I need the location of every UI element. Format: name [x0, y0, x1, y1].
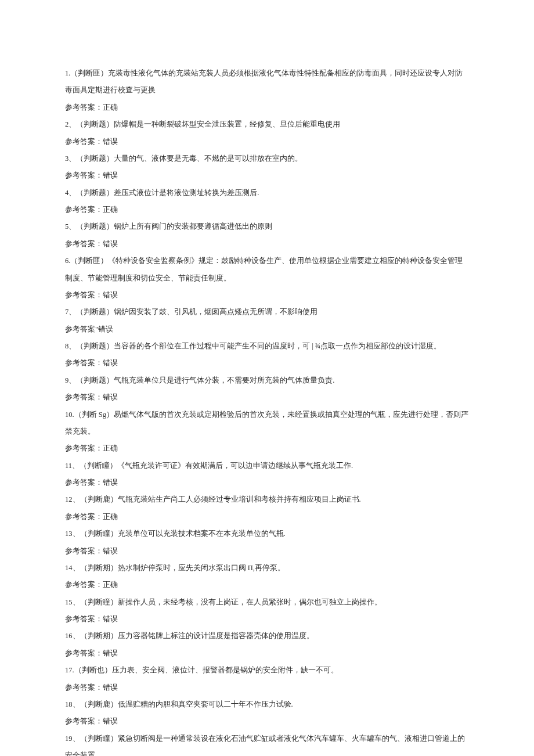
question-number: 9、 — [65, 376, 76, 384]
question-number: 4、 — [65, 189, 76, 197]
answer-line: 参考答案：正确 — [65, 509, 469, 525]
answer-value: 错误 — [103, 393, 118, 401]
question-item: 6.（判断匪）《特种设备安全监察条例》规定：鼓励特种设备生产、使用单位根据企业需… — [65, 253, 469, 287]
answer-line: 参考答案：错误 — [65, 167, 469, 184]
question-type-label: （判断题） — [76, 120, 114, 128]
answer-line: 参考答案"错误 — [65, 321, 469, 338]
question-item: 15、（判断瞳）新操作人员，未经考核，没有上岗证，在人员紧张时，偶尔也可独立上岗… — [65, 594, 469, 611]
answer-label: 参考答案： — [65, 547, 103, 555]
question-text: 新操作人员，未经考核，没有上岗证，在人员紧张时，偶尔也可独立上岗操作。 — [118, 598, 382, 606]
question-text: 锅炉上所有阀门的安装都要遵循高进低出的原则 — [114, 222, 272, 231]
answer-label: 参考答案： — [65, 171, 103, 179]
answer-label: 参考答案： — [65, 138, 103, 146]
question-type-label: （判断瞳） — [80, 462, 117, 470]
answer-value: 错误 — [103, 717, 118, 725]
question-number: 8、 — [65, 342, 76, 350]
question-text: 气瓶充装站生产尚工人必须经过专业培训和考核并持有相应项目上岗证书. — [118, 495, 361, 503]
question-number: 18、 — [65, 700, 80, 708]
answer-value: 正确 — [103, 206, 118, 214]
question-item: 9、（判断题）气瓶充装单位只是进行气体分装，不需要对所充装的气体质量负责. — [65, 372, 469, 389]
answer-value: 错误 — [103, 291, 118, 299]
answer-label: 参考答案： — [65, 581, 103, 589]
question-type-label: （判断鹿） — [80, 495, 118, 503]
answer-line: 参考答案：错误 — [65, 355, 469, 372]
answer-value: 正确 — [103, 513, 118, 521]
question-type-label: （判断题） — [76, 376, 114, 384]
question-text: 热水制炉停泵时，应先关闭水泵出口阀 Π,再停泵。 — [118, 564, 285, 572]
question-text: 《气瓶充装许可证》有效期满后，可以边申请边继续从事气瓶充装工作. — [117, 462, 353, 470]
question-type-label: （判断匪） — [70, 257, 108, 265]
answer-line: 参考答案：正确 — [65, 201, 469, 218]
question-item: 10.（判断 Sg）易燃气体气版的首次充装或定期检验后的首次充装，未经置换或抽真… — [65, 406, 469, 441]
question-number: 17. — [65, 666, 74, 674]
answer-label: 参考答案： — [65, 615, 103, 623]
question-number: 2、 — [65, 120, 76, 128]
answer-value: 错误 — [103, 171, 118, 179]
question-number: 7、 — [65, 308, 76, 316]
question-number: 12、 — [65, 495, 80, 503]
answer-line: 参考答案：错误 — [65, 713, 469, 730]
question-text: 压力容器铭牌上标注的设计温度是指容器壳体的使用温度。 — [118, 632, 314, 640]
question-type-label: （判断题） — [76, 308, 114, 316]
answer-label: 参考答案" — [65, 325, 98, 333]
question-number: 13、 — [65, 530, 80, 538]
question-item: 8、（判断题）当容器的各个部位在工作过程中可能产生不同的温度时，可 | ¾点取一… — [65, 338, 469, 355]
question-type-label: （判断鹿） — [80, 700, 118, 708]
answer-line: 参考答案：正确 — [65, 577, 469, 593]
answer-line: 参考答案：错误 — [65, 474, 469, 491]
answer-value: 错误 — [103, 478, 118, 487]
question-item: 12、（判断鹿）气瓶充装站生产尚工人必须经过专业培训和考核并持有相应项目上岗证书… — [65, 491, 469, 508]
answer-label: 参考答案： — [65, 103, 103, 111]
question-text: 紧急切断阀是一种通常装设在液化石油气贮缸或者液化气体汽车罐车、火车罐车的气、液相… — [65, 735, 465, 756]
question-number: 10. — [65, 411, 74, 419]
answer-value: 错误 — [98, 325, 113, 333]
answer-label: 参考答案： — [65, 206, 103, 214]
question-text: 差压式液位计是将液位测址转换为差压测后. — [114, 189, 259, 197]
question-text: 气瓶充装单位只是进行气体分装，不需要对所充装的气体质量负责. — [114, 376, 334, 384]
question-item: 2、（判断题）防爆帽是一种断裂破坏型安全泄压装置，经修复、旦位后能重电使用 — [65, 116, 469, 133]
question-text: 当容器的各个部位在工作过程中可能产生不同的温度时，可 | ¾点取一点作为相应部位… — [114, 342, 441, 350]
question-type-label: （判断题） — [76, 154, 114, 163]
question-text: 《特种设备安全监察条例》规定：鼓励特种设备生产、使用单位根据企业需要建立相应的特… — [65, 257, 463, 282]
answer-label: 参考答案： — [65, 393, 103, 401]
answer-line: 参考答案：错误 — [65, 134, 469, 150]
answer-value: 错误 — [103, 547, 118, 555]
question-item: 14、（判断期）热水制炉停泵时，应先关闭水泵出口阀 Π,再停泵。 — [65, 560, 469, 577]
answer-label: 参考答案： — [65, 683, 103, 692]
answer-line: 参考答案：错误 — [65, 236, 469, 253]
answer-label: 参考答案： — [65, 717, 103, 725]
question-type-label: （判断瞳） — [80, 735, 118, 743]
question-item: 7、（判断题）锅炉因安装了鼓、引风机，烟囱高点矮点无所谓，不影响使用 — [65, 304, 469, 321]
question-item: 13、（判断瞳）充装单位可以充装技术档案不在本充装单位的气瓶. — [65, 525, 469, 542]
answer-value: 正确 — [103, 444, 118, 452]
answer-line: 参考答案：错误 — [65, 287, 469, 304]
question-type-label: （判断题） — [76, 189, 114, 197]
question-number: 6. — [65, 257, 70, 265]
answer-line: 参考答案：错误 — [65, 389, 469, 406]
question-text: 大量的气、液体要是无毒、不燃的是可以排放在室内的。 — [114, 154, 302, 163]
question-text: 压力表、安全阀、液位计、报警器都是锅炉的安全附件，缺一不可。 — [112, 666, 338, 674]
question-text: 锅炉因安装了鼓、引风机，烟囱高点矮点无所谓，不影响使用 — [114, 308, 317, 316]
answer-label: 参考答案： — [65, 478, 103, 487]
question-number: 19、 — [65, 735, 80, 743]
question-item: 5、（判断题）锅炉上所有阀门的安装都要遵循高进低出的原则 — [65, 218, 469, 235]
question-type-label: （判断瞳） — [80, 530, 118, 538]
question-type-label: （判断匪） — [70, 69, 108, 77]
question-item: 18、（判断鹿）低温贮糟的内胆和真空夹套可以二十年不作压力试验. — [65, 696, 469, 713]
question-type-label: （判断也） — [74, 666, 112, 674]
answer-line: 参考答案：正确 — [65, 99, 469, 116]
answer-label: 参考答案： — [65, 291, 103, 299]
question-text: 充装毒性液化气体的充装站充装人员必须根据液化气体毒性特性配备相应的防毒面具，同时… — [65, 69, 463, 94]
answer-value: 错误 — [103, 649, 118, 657]
question-type-label: （判断瞳） — [80, 598, 118, 606]
question-item: 3、（判断题）大量的气、液体要是无毒、不燃的是可以排放在室内的。 — [65, 150, 469, 167]
question-type-label: （判断 Sg） — [74, 411, 114, 419]
question-item: 1.（判断匪）充装毒性液化气体的充装站充装人员必须根据液化气体毒性特性配备相应的… — [65, 65, 469, 99]
question-number: 11、 — [65, 462, 80, 470]
question-text: 防爆帽是一种断裂破坏型安全泄压装置，经修复、旦位后能重电使用 — [114, 120, 340, 128]
question-type-label: （判断期） — [80, 564, 118, 572]
answer-line: 参考答案：错误 — [65, 611, 469, 628]
question-number: 14、 — [65, 564, 80, 572]
question-number: 1. — [65, 69, 70, 77]
question-number: 15、 — [65, 598, 80, 606]
